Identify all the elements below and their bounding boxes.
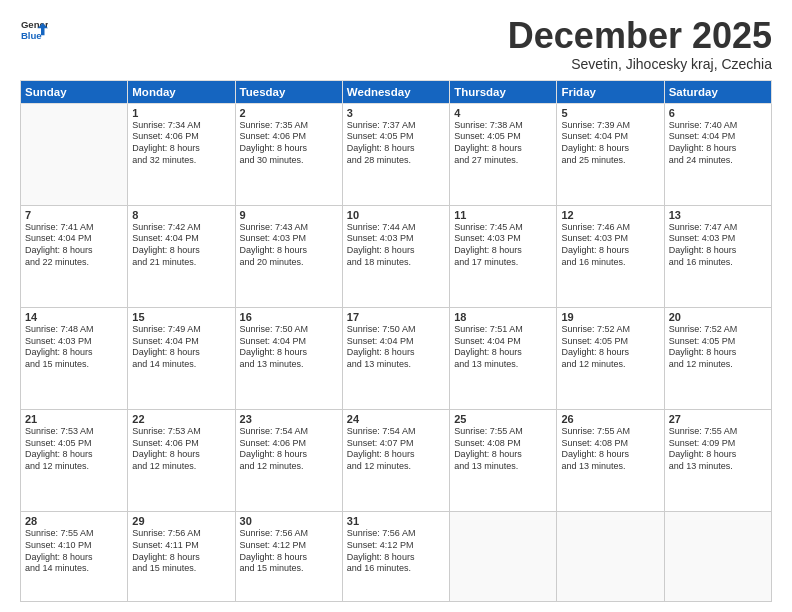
day-info: Sunrise: 7:43 AMSunset: 4:03 PMDaylight:… bbox=[240, 222, 338, 269]
month-title: December 2025 bbox=[508, 16, 772, 56]
day-number: 1 bbox=[132, 107, 230, 119]
calendar-cell: 2Sunrise: 7:35 AMSunset: 4:06 PMDaylight… bbox=[235, 103, 342, 205]
calendar-cell: 30Sunrise: 7:56 AMSunset: 4:12 PMDayligh… bbox=[235, 512, 342, 602]
title-area: December 2025 Sevetin, Jihocesky kraj, C… bbox=[508, 16, 772, 72]
week-row-4: 21Sunrise: 7:53 AMSunset: 4:05 PMDayligh… bbox=[21, 410, 772, 512]
calendar-cell: 19Sunrise: 7:52 AMSunset: 4:05 PMDayligh… bbox=[557, 307, 664, 409]
day-number: 9 bbox=[240, 209, 338, 221]
day-number: 24 bbox=[347, 413, 445, 425]
day-info: Sunrise: 7:53 AMSunset: 4:05 PMDaylight:… bbox=[25, 426, 123, 473]
day-number: 8 bbox=[132, 209, 230, 221]
calendar-cell: 22Sunrise: 7:53 AMSunset: 4:06 PMDayligh… bbox=[128, 410, 235, 512]
calendar-body: 1Sunrise: 7:34 AMSunset: 4:06 PMDaylight… bbox=[21, 103, 772, 601]
day-info: Sunrise: 7:34 AMSunset: 4:06 PMDaylight:… bbox=[132, 120, 230, 167]
day-info: Sunrise: 7:41 AMSunset: 4:04 PMDaylight:… bbox=[25, 222, 123, 269]
location: Sevetin, Jihocesky kraj, Czechia bbox=[508, 56, 772, 72]
day-info: Sunrise: 7:52 AMSunset: 4:05 PMDaylight:… bbox=[561, 324, 659, 371]
page-header: General Blue December 2025 Sevetin, Jiho… bbox=[20, 16, 772, 72]
day-number: 22 bbox=[132, 413, 230, 425]
day-number: 11 bbox=[454, 209, 552, 221]
week-row-2: 7Sunrise: 7:41 AMSunset: 4:04 PMDaylight… bbox=[21, 205, 772, 307]
day-number: 31 bbox=[347, 515, 445, 527]
svg-text:Blue: Blue bbox=[21, 30, 42, 41]
calendar-cell: 7Sunrise: 7:41 AMSunset: 4:04 PMDaylight… bbox=[21, 205, 128, 307]
day-number: 19 bbox=[561, 311, 659, 323]
header-day-monday: Monday bbox=[128, 80, 235, 103]
day-info: Sunrise: 7:47 AMSunset: 4:03 PMDaylight:… bbox=[669, 222, 767, 269]
day-info: Sunrise: 7:50 AMSunset: 4:04 PMDaylight:… bbox=[347, 324, 445, 371]
day-number: 12 bbox=[561, 209, 659, 221]
week-row-1: 1Sunrise: 7:34 AMSunset: 4:06 PMDaylight… bbox=[21, 103, 772, 205]
calendar-cell: 13Sunrise: 7:47 AMSunset: 4:03 PMDayligh… bbox=[664, 205, 771, 307]
day-info: Sunrise: 7:54 AMSunset: 4:07 PMDaylight:… bbox=[347, 426, 445, 473]
calendar-cell: 5Sunrise: 7:39 AMSunset: 4:04 PMDaylight… bbox=[557, 103, 664, 205]
logo: General Blue bbox=[20, 16, 50, 44]
day-info: Sunrise: 7:56 AMSunset: 4:12 PMDaylight:… bbox=[240, 528, 338, 575]
calendar-cell bbox=[664, 512, 771, 602]
day-number: 7 bbox=[25, 209, 123, 221]
day-info: Sunrise: 7:55 AMSunset: 4:09 PMDaylight:… bbox=[669, 426, 767, 473]
day-info: Sunrise: 7:35 AMSunset: 4:06 PMDaylight:… bbox=[240, 120, 338, 167]
week-row-5: 28Sunrise: 7:55 AMSunset: 4:10 PMDayligh… bbox=[21, 512, 772, 602]
calendar-cell bbox=[450, 512, 557, 602]
day-number: 21 bbox=[25, 413, 123, 425]
day-info: Sunrise: 7:38 AMSunset: 4:05 PMDaylight:… bbox=[454, 120, 552, 167]
day-number: 27 bbox=[669, 413, 767, 425]
calendar-cell: 9Sunrise: 7:43 AMSunset: 4:03 PMDaylight… bbox=[235, 205, 342, 307]
day-info: Sunrise: 7:56 AMSunset: 4:11 PMDaylight:… bbox=[132, 528, 230, 575]
day-info: Sunrise: 7:42 AMSunset: 4:04 PMDaylight:… bbox=[132, 222, 230, 269]
header-day-tuesday: Tuesday bbox=[235, 80, 342, 103]
day-info: Sunrise: 7:40 AMSunset: 4:04 PMDaylight:… bbox=[669, 120, 767, 167]
day-number: 29 bbox=[132, 515, 230, 527]
day-info: Sunrise: 7:49 AMSunset: 4:04 PMDaylight:… bbox=[132, 324, 230, 371]
calendar-cell: 16Sunrise: 7:50 AMSunset: 4:04 PMDayligh… bbox=[235, 307, 342, 409]
day-info: Sunrise: 7:45 AMSunset: 4:03 PMDaylight:… bbox=[454, 222, 552, 269]
day-number: 16 bbox=[240, 311, 338, 323]
day-info: Sunrise: 7:55 AMSunset: 4:08 PMDaylight:… bbox=[454, 426, 552, 473]
calendar-cell: 21Sunrise: 7:53 AMSunset: 4:05 PMDayligh… bbox=[21, 410, 128, 512]
week-row-3: 14Sunrise: 7:48 AMSunset: 4:03 PMDayligh… bbox=[21, 307, 772, 409]
calendar-cell: 28Sunrise: 7:55 AMSunset: 4:10 PMDayligh… bbox=[21, 512, 128, 602]
day-info: Sunrise: 7:54 AMSunset: 4:06 PMDaylight:… bbox=[240, 426, 338, 473]
calendar-cell: 3Sunrise: 7:37 AMSunset: 4:05 PMDaylight… bbox=[342, 103, 449, 205]
calendar-cell: 23Sunrise: 7:54 AMSunset: 4:06 PMDayligh… bbox=[235, 410, 342, 512]
day-number: 28 bbox=[25, 515, 123, 527]
header-day-thursday: Thursday bbox=[450, 80, 557, 103]
calendar-cell: 11Sunrise: 7:45 AMSunset: 4:03 PMDayligh… bbox=[450, 205, 557, 307]
day-info: Sunrise: 7:39 AMSunset: 4:04 PMDaylight:… bbox=[561, 120, 659, 167]
day-number: 10 bbox=[347, 209, 445, 221]
calendar-cell bbox=[557, 512, 664, 602]
calendar-cell bbox=[21, 103, 128, 205]
calendar-cell: 4Sunrise: 7:38 AMSunset: 4:05 PMDaylight… bbox=[450, 103, 557, 205]
day-number: 25 bbox=[454, 413, 552, 425]
day-number: 30 bbox=[240, 515, 338, 527]
header-day-wednesday: Wednesday bbox=[342, 80, 449, 103]
calendar-cell: 24Sunrise: 7:54 AMSunset: 4:07 PMDayligh… bbox=[342, 410, 449, 512]
calendar-cell: 18Sunrise: 7:51 AMSunset: 4:04 PMDayligh… bbox=[450, 307, 557, 409]
header-day-friday: Friday bbox=[557, 80, 664, 103]
calendar-cell: 6Sunrise: 7:40 AMSunset: 4:04 PMDaylight… bbox=[664, 103, 771, 205]
calendar-cell: 27Sunrise: 7:55 AMSunset: 4:09 PMDayligh… bbox=[664, 410, 771, 512]
day-number: 17 bbox=[347, 311, 445, 323]
day-info: Sunrise: 7:55 AMSunset: 4:10 PMDaylight:… bbox=[25, 528, 123, 575]
day-number: 23 bbox=[240, 413, 338, 425]
calendar-cell: 15Sunrise: 7:49 AMSunset: 4:04 PMDayligh… bbox=[128, 307, 235, 409]
day-number: 14 bbox=[25, 311, 123, 323]
day-info: Sunrise: 7:53 AMSunset: 4:06 PMDaylight:… bbox=[132, 426, 230, 473]
day-number: 5 bbox=[561, 107, 659, 119]
day-info: Sunrise: 7:51 AMSunset: 4:04 PMDaylight:… bbox=[454, 324, 552, 371]
day-info: Sunrise: 7:52 AMSunset: 4:05 PMDaylight:… bbox=[669, 324, 767, 371]
calendar-cell: 1Sunrise: 7:34 AMSunset: 4:06 PMDaylight… bbox=[128, 103, 235, 205]
calendar-cell: 25Sunrise: 7:55 AMSunset: 4:08 PMDayligh… bbox=[450, 410, 557, 512]
day-number: 20 bbox=[669, 311, 767, 323]
day-number: 3 bbox=[347, 107, 445, 119]
day-info: Sunrise: 7:56 AMSunset: 4:12 PMDaylight:… bbox=[347, 528, 445, 575]
calendar-cell: 12Sunrise: 7:46 AMSunset: 4:03 PMDayligh… bbox=[557, 205, 664, 307]
day-info: Sunrise: 7:37 AMSunset: 4:05 PMDaylight:… bbox=[347, 120, 445, 167]
calendar-cell: 26Sunrise: 7:55 AMSunset: 4:08 PMDayligh… bbox=[557, 410, 664, 512]
calendar-cell: 29Sunrise: 7:56 AMSunset: 4:11 PMDayligh… bbox=[128, 512, 235, 602]
header-day-saturday: Saturday bbox=[664, 80, 771, 103]
day-number: 15 bbox=[132, 311, 230, 323]
day-info: Sunrise: 7:44 AMSunset: 4:03 PMDaylight:… bbox=[347, 222, 445, 269]
day-info: Sunrise: 7:55 AMSunset: 4:08 PMDaylight:… bbox=[561, 426, 659, 473]
